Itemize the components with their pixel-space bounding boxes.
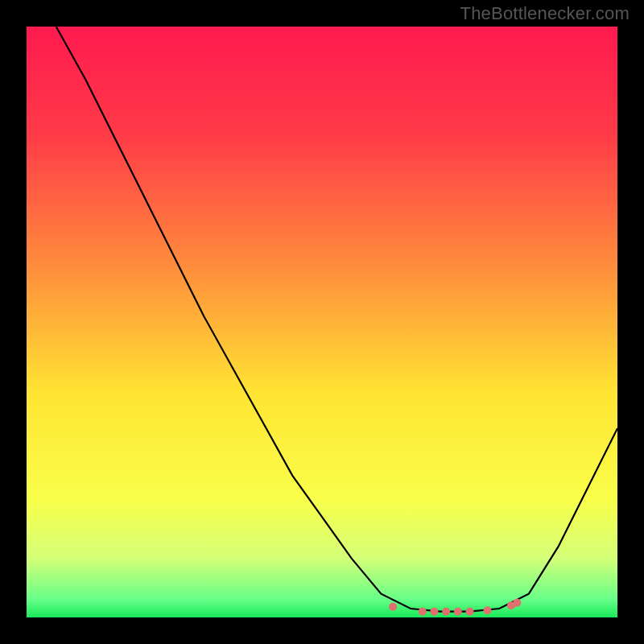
marker-dot xyxy=(419,608,427,616)
marker-dot xyxy=(454,608,462,616)
marker-dot xyxy=(466,608,474,616)
plot-area xyxy=(27,27,617,617)
chart-frame: TheBottlenecker.com xyxy=(0,0,644,644)
watermark-text: TheBottlenecker.com xyxy=(460,3,630,24)
gradient-background xyxy=(27,27,617,617)
marker-dot xyxy=(442,608,450,616)
marker-dot xyxy=(430,608,438,616)
bottleneck-chart xyxy=(27,27,617,617)
marker-dot xyxy=(389,603,397,611)
marker-dot xyxy=(513,599,521,607)
marker-dot xyxy=(484,606,492,614)
